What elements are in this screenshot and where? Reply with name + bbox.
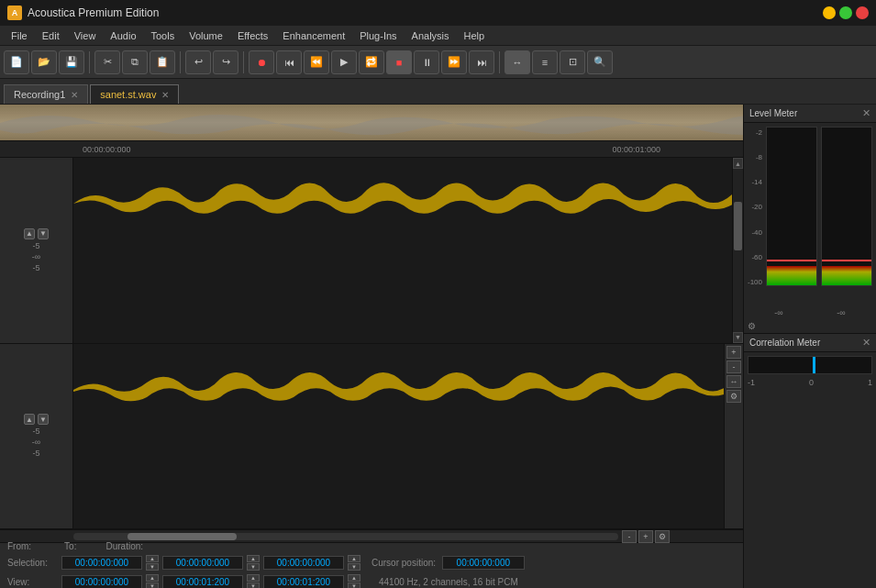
zoom-plus-btn[interactable]: + [638, 530, 653, 543]
meter-bottom-labels: -∞ -∞ [744, 306, 876, 319]
menu-tools[interactable]: Tools [144, 28, 183, 43]
view-from-input[interactable] [61, 575, 142, 588]
to-end-button[interactable]: ⏭ [469, 50, 494, 74]
sel-from-up[interactable]: ▲ [146, 555, 159, 562]
view-dur-input[interactable] [263, 575, 344, 588]
sel-from-dn[interactable]: ▼ [146, 563, 159, 571]
view-dur-dn[interactable]: ▼ [348, 582, 360, 588]
track-1-waveform[interactable] [73, 158, 732, 343]
cursor-input[interactable] [442, 556, 525, 570]
vscroll-dn-1[interactable]: ▼ [733, 332, 743, 343]
tab-recording1[interactable]: Recording1 ✕ [4, 84, 88, 104]
view-to-dn[interactable]: ▼ [247, 582, 260, 588]
hscroll-track[interactable] [73, 533, 618, 540]
corr-label-0: 0 [809, 378, 814, 387]
track-2-vol-up[interactable]: ▲ [24, 414, 35, 425]
stop-button[interactable]: ■ [386, 50, 412, 74]
loop-mode-button[interactable]: ↔ [505, 50, 530, 74]
track-2-vol-dn[interactable]: ▼ [38, 414, 49, 425]
menu-analysis[interactable]: Analysis [405, 28, 457, 43]
sel-to-input[interactable] [162, 556, 243, 570]
to-start-button[interactable]: ⏮ [276, 50, 302, 74]
scale-60: -60 [748, 253, 762, 261]
meter-left-peak [767, 260, 816, 261]
track-2-waveform[interactable] [73, 344, 724, 529]
record-button[interactable]: ⏺ [249, 50, 274, 74]
view-from-dn[interactable]: ▼ [146, 582, 159, 588]
close-button[interactable] [856, 6, 869, 19]
play-button[interactable]: ▶ [331, 50, 357, 74]
menu-bar: File Edit View Audio Tools Volume Effect… [0, 26, 876, 46]
open-button[interactable]: 📂 [31, 50, 57, 74]
tab-sanet[interactable]: sanet.st.wav ✕ [90, 84, 179, 104]
redo-button[interactable]: ↪ [213, 50, 238, 74]
level-meter-title: Level Meter [749, 108, 797, 118]
normalize-button[interactable]: ≡ [532, 50, 558, 74]
copy-button[interactable]: ⧉ [122, 50, 148, 74]
sel-dur-input[interactable] [263, 556, 344, 570]
zoom-in-btn[interactable]: + [726, 346, 741, 359]
menu-audio[interactable]: Audio [103, 28, 143, 43]
menu-enhancement[interactable]: Enhancement [275, 28, 352, 43]
save-button[interactable]: 💾 [59, 50, 84, 74]
minimize-button[interactable] [823, 6, 836, 19]
magnify-button[interactable]: 🔍 [587, 50, 613, 74]
view-dur-up[interactable]: ▲ [348, 574, 360, 582]
menu-view[interactable]: View [67, 28, 104, 43]
sel-to-arrows: ▲ ▼ [247, 555, 260, 571]
level-meter-panel: Level Meter ✕ -2 -8 -14 -20 -40 -60 -100 [744, 105, 876, 334]
hscroll-thumb[interactable] [128, 533, 237, 540]
sel-from-input[interactable] [61, 556, 142, 570]
menu-help[interactable]: Help [457, 28, 493, 43]
prev-button[interactable]: ⏪ [304, 50, 329, 74]
view-from-up[interactable]: ▲ [146, 574, 159, 582]
vscroll-track-1[interactable] [733, 169, 743, 332]
menu-plugins[interactable]: Plug-Ins [352, 28, 404, 43]
cursor-label: Cursor position: [371, 558, 436, 568]
cut-button[interactable]: ✂ [94, 50, 120, 74]
track-1-vol-up[interactable]: ▲ [24, 228, 35, 239]
zoom-minus-btn[interactable]: - [622, 530, 637, 543]
sel-to-up[interactable]: ▲ [247, 555, 260, 562]
sel-to-dn[interactable]: ▼ [247, 563, 260, 571]
vscroll-up-1[interactable]: ▲ [733, 158, 743, 169]
view-to-up[interactable]: ▲ [247, 574, 260, 582]
zoom-settings-btn[interactable]: ⚙ [726, 390, 741, 403]
tab-recording1-label: Recording1 [14, 89, 65, 100]
tab-recording1-close[interactable]: ✕ [71, 90, 78, 100]
corr-meter-close[interactable]: ✕ [862, 337, 870, 349]
undo-button[interactable]: ↩ [185, 50, 211, 74]
crop-button[interactable]: ⊡ [560, 50, 585, 74]
view-to-input[interactable] [162, 575, 243, 588]
meter-settings-icon[interactable]: ⚙ [748, 321, 756, 331]
next-button[interactable]: ⏩ [441, 50, 467, 74]
menu-edit[interactable]: Edit [35, 28, 67, 43]
tab-sanet-close[interactable]: ✕ [161, 90, 169, 100]
zoom-out-btn[interactable]: - [726, 361, 741, 373]
sel-label: Selection: [7, 558, 58, 568]
zoom-fit-btn[interactable]: ↔ [726, 375, 741, 388]
menu-effects[interactable]: Effects [230, 28, 275, 43]
menu-volume[interactable]: Volume [182, 28, 230, 43]
sel-from-group: From: To: Duration: Selection: ▲ ▼ ▲ ▼ [7, 541, 525, 588]
selection-bar: From: To: Duration: Selection: ▲ ▼ ▲ ▼ [0, 542, 743, 588]
pause-button[interactable]: ⏸ [414, 50, 439, 74]
paste-button[interactable]: 📋 [150, 50, 175, 74]
hscroll-zoom-btns: - + ⚙ [618, 530, 670, 543]
maximize-button[interactable] [839, 6, 852, 19]
dur-label: Duration: [105, 541, 143, 551]
sel-dur-up[interactable]: ▲ [348, 555, 360, 562]
settings-btn[interactable]: ⚙ [655, 530, 670, 543]
sel-dur-dn[interactable]: ▼ [348, 563, 360, 571]
level-meter-close[interactable]: ✕ [862, 107, 870, 119]
vscroll-thumb-1[interactable] [734, 202, 742, 250]
new-button[interactable]: 📄 [4, 50, 29, 74]
track-2-ctrl-row: ▲ ▼ [24, 414, 49, 425]
track-1-vol-dn[interactable]: ▼ [38, 228, 49, 239]
meter-icon-row: ⚙ [744, 319, 876, 333]
time-ruler: 00:00:00:000 00:00:01:000 [0, 141, 743, 158]
menu-file[interactable]: File [4, 28, 35, 43]
overview-waveform[interactable] [0, 105, 743, 141]
loop-play-button[interactable]: 🔁 [359, 50, 384, 74]
scale-14: -14 [748, 178, 762, 186]
